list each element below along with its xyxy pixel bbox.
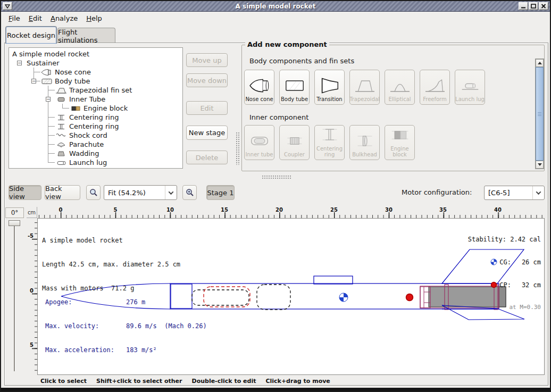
tree-row-parachute[interactable]: Parachute <box>10 140 181 149</box>
add-transition-button[interactable]: Transition <box>314 70 345 105</box>
tree-row-body-tube[interactable]: Body tube <box>10 77 181 86</box>
hint-item: Double-click to edit <box>192 378 256 385</box>
cp-icon <box>490 281 497 288</box>
inner-component-row: Inner tube Coupler Centering ring Bulkhe… <box>244 125 415 160</box>
maximize-icon <box>531 4 536 9</box>
cg-marker <box>339 293 348 302</box>
expander-icon[interactable] <box>17 61 22 65</box>
bulkhead-icon <box>353 131 377 151</box>
scrollbar-thumb[interactable] <box>536 67 544 161</box>
cp-value: 32 cm <box>511 281 541 289</box>
stage-1-toggle[interactable]: Stage 1 <box>206 185 235 200</box>
nose-cone-icon <box>247 76 272 95</box>
tree-row-shock-cord[interactable]: Shock cord <box>10 131 181 140</box>
add-coupler-button: Coupler <box>279 125 310 160</box>
tree-row-fin-set[interactable]: Trapezoidal fin set <box>10 86 181 95</box>
h-tick-label: 40 <box>494 207 502 213</box>
component-panel-scrollbar[interactable] <box>535 59 544 169</box>
stability-block: Stability: 2.42 cal CG: 26 cm CP: 32 cm … <box>468 220 541 326</box>
hint-bar: Click to select Shift+click to select ot… <box>40 378 340 385</box>
inner-section-label: Inner component <box>249 113 308 121</box>
centering-ring-icon <box>318 126 342 145</box>
rotation-slider-track[interactable] <box>14 224 15 371</box>
tree-row-launch-lug[interactable]: Launch lug <box>10 158 181 167</box>
vertical-splitter-handle[interactable] <box>236 132 239 165</box>
rocket-side-view-canvas[interactable]: A simple model rocket Length 42.5 cm, ma… <box>37 218 545 375</box>
body-component-row: Nose cone Body tube Transition Trapezoid… <box>244 70 485 105</box>
arrow-up-icon <box>538 62 542 64</box>
stability-line: Stability: 2.42 cal <box>468 236 541 243</box>
tree-row-centering-ring-2[interactable]: Centering ring <box>10 122 181 131</box>
cg-icon <box>490 258 497 265</box>
tree-row-nose-cone[interactable]: Nose cone <box>10 68 181 77</box>
menu-file[interactable]: File <box>4 13 24 23</box>
max-velocity-value: 89.6 m/s (Mach 0.26) <box>126 322 207 330</box>
menu-help[interactable]: Help <box>82 13 106 23</box>
add-elliptical-fin-button: Elliptical <box>385 70 415 105</box>
cp-marker <box>406 294 413 301</box>
scroll-up-button[interactable] <box>536 59 544 67</box>
expander-icon[interactable] <box>46 97 51 102</box>
trapezoidal-fin-icon <box>55 87 67 94</box>
zoom-in-button[interactable] <box>182 185 197 200</box>
engine-block-icon <box>388 126 412 145</box>
cp-label: CP: <box>499 281 511 289</box>
tab-flight-simulations[interactable]: Flight simulations <box>57 28 115 44</box>
elliptical-fin-icon <box>388 76 412 95</box>
horizontal-splitter-handle[interactable] <box>262 175 291 179</box>
component-tree[interactable]: A simple model rocket Sustainer Nose con… <box>9 47 183 169</box>
max-acceleration-value: 183 m/s² <box>126 346 157 354</box>
v-tick-label: 0 <box>30 288 34 294</box>
cg-label: CG: <box>499 258 511 266</box>
back-view-button[interactable]: Back view <box>45 185 80 200</box>
minimize-button[interactable] <box>519 2 528 10</box>
window-menu-button[interactable] <box>3 2 12 10</box>
vertical-ruler: -5 0 5 <box>27 218 37 375</box>
apogee-value: 276 m <box>126 298 145 306</box>
freeform-fin-icon <box>423 76 447 95</box>
tree-row-sustainer[interactable]: Sustainer <box>10 59 181 68</box>
chevron-down-icon <box>169 189 174 195</box>
h-tick-label: 10 <box>166 207 174 213</box>
mach-note: at M=0.30 <box>468 304 541 311</box>
body-tube-icon <box>282 76 307 95</box>
motor-configuration-value: [C6-5] <box>485 189 532 197</box>
transition-icon <box>318 76 342 95</box>
maximize-button[interactable] <box>529 2 538 10</box>
rotation-slider-handle[interactable] <box>9 220 20 226</box>
edit-button: Edit <box>186 101 228 115</box>
add-component-group: Add new component Body components and fi… <box>241 45 545 171</box>
zoom-level-combobox[interactable]: Fit (54.2%) <box>104 185 177 200</box>
magnifier-icon <box>89 188 98 197</box>
window-menu-icon <box>5 4 10 9</box>
expander-icon[interactable] <box>31 79 36 84</box>
window-title: A simple model rocket <box>1 3 550 10</box>
close-button[interactable] <box>539 2 548 10</box>
tree-row-inner-tube[interactable]: Inner Tube <box>10 95 181 104</box>
new-stage-button[interactable]: New stage <box>186 126 228 140</box>
tree-row-wadding[interactable]: Wadding <box>10 149 181 158</box>
max-acceleration-label: Max. acceleration: <box>45 346 126 354</box>
h-tick-label: 25 <box>330 207 338 213</box>
menu-analyze[interactable]: Analyze <box>46 13 82 23</box>
tree-row-engine-block[interactable]: Engine block <box>10 104 181 113</box>
launch-lug-icon <box>458 76 482 95</box>
move-down-button: Move down <box>186 73 228 87</box>
tree-row-rocket[interactable]: A simple model rocket <box>10 49 181 59</box>
add-nose-cone-button[interactable]: Nose cone <box>244 70 274 105</box>
minimize-icon <box>521 4 526 9</box>
cg-value: 26 cm <box>511 258 541 266</box>
tree-row-centering-ring-1[interactable]: Centering ring <box>10 113 181 122</box>
side-view-button[interactable]: Side view <box>9 185 41 200</box>
parachute-icon <box>55 141 67 148</box>
scroll-down-button[interactable] <box>536 161 544 169</box>
motor-configuration-combobox[interactable]: [C6-5] <box>484 186 545 200</box>
zoom-out-button[interactable] <box>86 185 101 200</box>
add-body-tube-button[interactable]: Body tube <box>279 70 310 105</box>
engine-block-icon <box>70 105 81 112</box>
trapezoidal-fin-icon <box>353 76 377 95</box>
horizontal-ruler: 0 5 10 15 20 25 30 35 40 <box>37 207 545 218</box>
tab-rocket-design[interactable]: Rocket design <box>5 26 57 44</box>
menu-edit[interactable]: Edit <box>24 13 46 23</box>
hint-item: Click to select <box>40 378 87 385</box>
